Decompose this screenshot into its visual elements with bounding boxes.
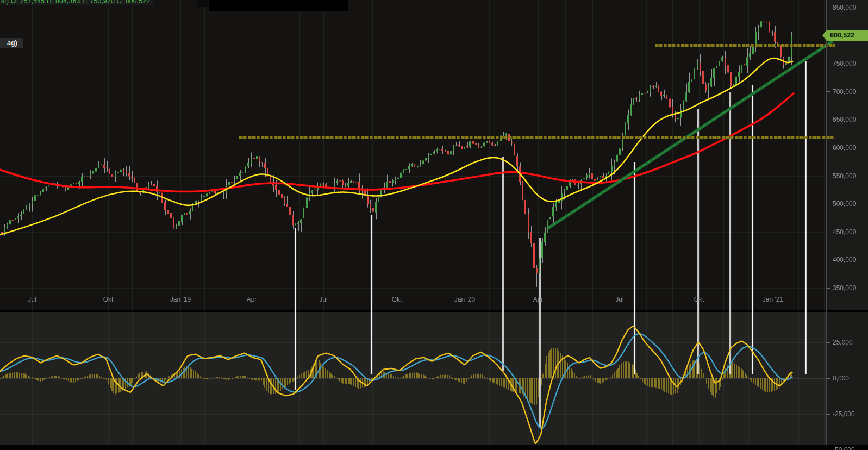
chart-window: st) O: 757,545 H: 804,363 L: 750,970 C: … [0,0,868,450]
chart-canvas[interactable] [0,0,868,450]
